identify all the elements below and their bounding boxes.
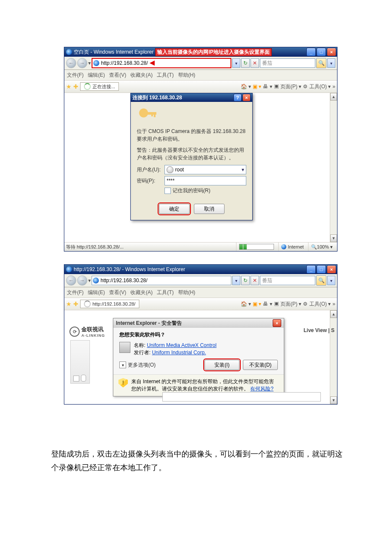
nav-dropdown-icon[interactable]: ▾: [88, 278, 91, 283]
address-bar[interactable]: http://192.168.30.28/: [92, 58, 231, 68]
search-button[interactable]: 🔍: [316, 58, 326, 68]
close-button[interactable]: ×: [327, 265, 336, 274]
zone-label: Internet: [288, 244, 304, 249]
menu-edit[interactable]: 编辑(E): [88, 72, 105, 79]
chevron-down-icon: ▾: [119, 361, 126, 368]
page-menu[interactable]: ▣ 页面(P) ▾: [274, 301, 302, 308]
menu-help[interactable]: 帮助(H): [178, 72, 196, 79]
url-text: http://192.168.30.28/: [101, 60, 148, 66]
menu-tools[interactable]: 工具(T): [157, 289, 173, 296]
print-icon[interactable]: 🖶 ▾: [263, 301, 272, 307]
security-close-button[interactable]: ×: [273, 319, 281, 327]
search-box[interactable]: 番茄: [260, 58, 315, 68]
address-dropdown[interactable]: ▾: [232, 276, 240, 285]
keys-icon: [137, 106, 157, 123]
red-arrow-icon: [150, 61, 155, 66]
refresh-button[interactable]: ↻: [241, 58, 250, 68]
home-icon[interactable]: 🏠 ▾: [241, 301, 251, 307]
software-name-row: 名称: Uniform Media ActiveX Control: [134, 342, 216, 349]
back-button[interactable]: ←: [66, 58, 76, 68]
shield-icon: [118, 378, 128, 387]
scroll-down-icon[interactable]: ▼: [330, 396, 337, 404]
home-icon[interactable]: 🏠 ▾: [241, 84, 251, 90]
refresh-button[interactable]: ↻: [241, 276, 250, 285]
username-label: 用户名(U):: [137, 166, 164, 173]
install-button[interactable]: 安装(I): [205, 360, 239, 370]
ok-button[interactable]: 确定: [159, 204, 190, 214]
loading-spinner-icon: [84, 301, 91, 307]
minimize-button[interactable]: _: [306, 48, 316, 56]
feeds-icon[interactable]: ▣ ▾: [253, 301, 261, 307]
search-provider-dropdown[interactable]: ▾: [327, 276, 335, 285]
zoom-icon: 🔍: [311, 244, 317, 250]
vertical-scrollbar[interactable]: ▲ ▼: [330, 93, 337, 242]
window-title: 空白页 - Windows Internet Explorer: [74, 49, 153, 56]
menu-view[interactable]: 查看(V): [109, 72, 126, 79]
maximize-button[interactable]: □: [317, 265, 326, 274]
bottom-input-stub[interactable]: [162, 392, 321, 402]
stop-button[interactable]: ✕: [251, 58, 259, 68]
risk-link[interactable]: 有何风险?: [250, 386, 274, 392]
remember-label: 记住我的密码(R): [173, 187, 210, 194]
password-input[interactable]: ****: [164, 176, 246, 185]
menu-favorites[interactable]: 收藏夹(A): [130, 289, 153, 296]
menu-favorites[interactable]: 收藏夹(A): [130, 72, 153, 79]
tools-menu[interactable]: ⚙ 工具(O) ▾: [303, 301, 331, 308]
password-value: ****: [167, 178, 175, 184]
auth-close-button[interactable]: ×: [242, 94, 251, 101]
menu-edit[interactable]: 编辑(E): [88, 289, 105, 296]
window-titlebar: http://192.168.30.28/ - Windows Internet…: [64, 265, 337, 274]
remember-checkbox[interactable]: [164, 188, 171, 194]
menu-help[interactable]: 帮助(H): [178, 289, 196, 296]
tab-label: http://192.168.30.28/: [92, 301, 135, 306]
camera-thumbnail[interactable]: [70, 340, 90, 384]
scroll-up-icon[interactable]: ▲: [330, 310, 337, 318]
feeds-icon[interactable]: ▣ ▾: [253, 84, 261, 90]
expand-chevron-icon[interactable]: »: [332, 301, 335, 307]
nav-dropdown-icon[interactable]: ▾: [88, 60, 91, 66]
more-options-toggle[interactable]: ▾ 更多选项(O): [119, 361, 156, 369]
menu-tools[interactable]: 工具(T): [157, 72, 173, 79]
add-favorite-icon[interactable]: ✚: [73, 83, 78, 90]
add-favorite-icon[interactable]: ✚: [73, 301, 78, 307]
ie-icon: [66, 49, 72, 55]
zoom-panel[interactable]: 🔍 100% ▾: [308, 243, 335, 251]
search-provider-dropdown[interactable]: ▾: [327, 58, 335, 68]
auth-help-button[interactable]: ?: [233, 94, 242, 101]
menu-file[interactable]: 文件(F): [67, 72, 84, 79]
address-bar[interactable]: http://192.168.30.28/: [92, 276, 231, 285]
content-area: ▲ ▼ 连接到 192.168.30.28 ? × 位于 CMOS IP Cam…: [64, 93, 337, 242]
menu-view[interactable]: 查看(V): [109, 289, 126, 296]
favorites-star-icon[interactable]: ★: [66, 301, 72, 307]
maximize-button[interactable]: □: [317, 48, 326, 56]
print-icon[interactable]: 🖶 ▾: [263, 84, 272, 90]
scroll-up-icon[interactable]: ▲: [330, 93, 337, 101]
close-button[interactable]: ×: [327, 48, 336, 56]
page-menu[interactable]: ▣ 页面(P) ▾: [274, 83, 302, 90]
back-button[interactable]: ←: [66, 275, 76, 286]
search-box[interactable]: 番茄: [260, 276, 315, 285]
address-dropdown[interactable]: ▾: [232, 58, 240, 68]
minimize-button[interactable]: _: [306, 265, 316, 274]
cancel-button[interactable]: 取消: [194, 204, 225, 214]
search-button[interactable]: 🔍: [316, 275, 326, 286]
software-name-link[interactable]: Uniform Media ActiveX Control: [147, 342, 216, 348]
tools-menu[interactable]: ⚙ 工具(O) ▾: [303, 83, 331, 90]
expand-chevron-icon[interactable]: »: [332, 84, 335, 90]
scroll-down-icon[interactable]: ▼: [330, 234, 337, 242]
live-view-link[interactable]: Live View | S: [303, 327, 334, 333]
title-annotation: 输入当前摄像头的内网IP地址进入摄像头设置界面: [155, 48, 271, 56]
menu-bar: 文件(F) 编辑(E) 查看(V) 收藏夹(A) 工具(T) 帮助(H): [64, 70, 337, 81]
vertical-scrollbar[interactable]: ▲ ▼: [330, 310, 337, 404]
username-input[interactable]: root ▾: [164, 165, 246, 174]
forward-button[interactable]: →: [77, 58, 87, 68]
dont-install-button[interactable]: 不安装(D): [243, 360, 278, 370]
security-question: 您想安装此软件吗？: [119, 331, 278, 338]
browser-tab[interactable]: http://192.168.30.28/: [80, 300, 139, 308]
stop-button[interactable]: ✕: [251, 276, 259, 285]
browser-tab[interactable]: 正在连接...: [80, 82, 119, 91]
forward-button[interactable]: →: [77, 275, 87, 286]
favorites-star-icon[interactable]: ★: [66, 83, 72, 90]
publisher-link[interactable]: Uniform Industrial Corp.: [152, 350, 206, 356]
menu-file[interactable]: 文件(F): [67, 289, 84, 296]
